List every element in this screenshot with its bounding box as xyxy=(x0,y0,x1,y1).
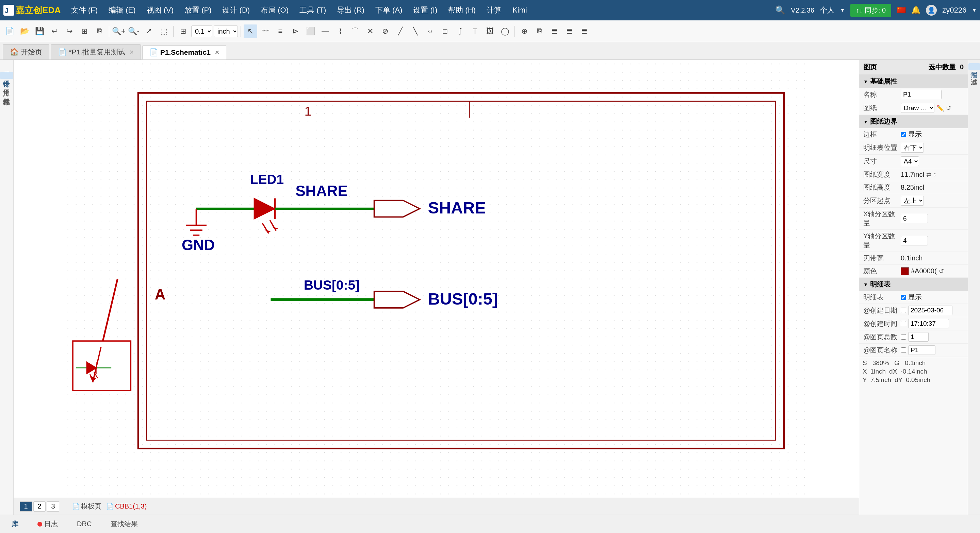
redo-button[interactable]: ↪ xyxy=(63,24,76,38)
create-time-input[interactable] xyxy=(908,319,949,328)
pcb-button[interactable]: ≣ xyxy=(578,24,591,38)
far-tab-properties[interactable]: 属性 xyxy=(969,63,980,70)
far-tab-filter[interactable]: 过滤 xyxy=(969,70,980,77)
bottom-log-btn[interactable]: 日志 xyxy=(31,518,64,530)
probe-button[interactable]: ⊘ xyxy=(379,24,392,38)
page-3[interactable]: 3 xyxy=(47,501,59,512)
save-button[interactable]: 💾 xyxy=(33,24,46,38)
arc-button[interactable]: ⌒ xyxy=(348,24,362,38)
menu-tools[interactable]: 工具 (T) xyxy=(295,4,331,17)
sidebar-component-standard[interactable]: 器件标准化 xyxy=(0,90,13,97)
create-date-input[interactable] xyxy=(908,306,953,315)
username[interactable]: zy0226 xyxy=(942,6,966,14)
paper-select[interactable]: Draw … xyxy=(901,103,934,113)
net-label-button[interactable]: ⬜ xyxy=(304,24,317,38)
netlist-button[interactable]: ≣ xyxy=(547,24,561,38)
zoom-out-button[interactable]: 🔍- xyxy=(127,24,140,38)
frame-checkbox[interactable] xyxy=(901,132,906,137)
grid-button[interactable]: ⊞ xyxy=(176,24,190,38)
detail-table-title[interactable]: ▼ 明细表 xyxy=(859,278,968,291)
new-button[interactable]: 📄 xyxy=(3,24,16,38)
net-port-button[interactable]: ⊳ xyxy=(288,24,302,38)
canvas-area[interactable]: 1 A LED1 GND xyxy=(14,60,859,515)
menu-help[interactable]: 帮助 (H) xyxy=(443,4,480,17)
menu-kimi[interactable]: Kimi xyxy=(508,5,532,16)
menu-settings[interactable]: 设置 (I) xyxy=(408,4,442,17)
color-swatch[interactable] xyxy=(901,267,909,275)
detail-pos-select[interactable]: 右下 xyxy=(901,143,924,152)
border-title[interactable]: ▼ 图纸边界 xyxy=(859,115,968,128)
select-tool-button[interactable]: ↖ xyxy=(243,24,257,38)
bom-button[interactable]: ≣ xyxy=(563,24,576,38)
bottom-lib-btn[interactable]: 库 xyxy=(5,518,24,530)
image-button[interactable]: 🖼 xyxy=(483,24,497,38)
tab-schematic-close[interactable]: ✕ xyxy=(215,49,219,56)
tab-batch-close[interactable]: ✕ xyxy=(129,49,134,56)
zoom-fit-button[interactable]: ⤢ xyxy=(142,24,156,38)
total-pages-input[interactable] xyxy=(908,332,929,342)
tab-home[interactable]: 🏠 开始页 xyxy=(3,44,49,59)
copy2-button[interactable]: ⎘ xyxy=(533,24,546,38)
text-button[interactable]: T xyxy=(468,24,482,38)
undo-button[interactable]: ↩ xyxy=(48,24,61,38)
zoom-in-button[interactable]: 🔍+ xyxy=(112,24,126,38)
width-swap-icon[interactable]: ⇄ xyxy=(926,171,931,178)
partition-start-select[interactable]: 左上 xyxy=(901,196,924,206)
slash-button[interactable]: ╲ xyxy=(408,24,422,38)
tab-batch[interactable]: 📄 *P1.批量复用测试 ✕ xyxy=(51,44,141,59)
polyline-button[interactable]: ⌇ xyxy=(334,24,347,38)
menu-view[interactable]: 视图 (V) xyxy=(142,4,178,17)
create-time-checkbox[interactable] xyxy=(901,321,906,326)
page-name-input[interactable] xyxy=(908,345,935,355)
personal-menu[interactable]: 个人 xyxy=(820,5,835,15)
menu-export[interactable]: 导出 (R) xyxy=(332,4,369,17)
circle-button[interactable]: ○ xyxy=(423,24,437,38)
open-button[interactable]: 📂 xyxy=(18,24,31,38)
menu-order[interactable]: 下单 (A) xyxy=(371,4,407,17)
page-tab-cbb-label[interactable]: CBB1(1,3) xyxy=(115,503,147,510)
rect-button[interactable]: □ xyxy=(438,24,452,38)
menu-edit[interactable]: 编辑 (E) xyxy=(104,4,140,17)
grid-value-select[interactable]: 0.1 0.5 1 xyxy=(191,25,212,37)
sidebar-all-projects[interactable]: 所有工程 xyxy=(0,63,13,70)
x-partition-input[interactable] xyxy=(901,214,928,223)
detail-show-checkbox[interactable] xyxy=(901,295,906,300)
page-tab-template-label[interactable]: 模板页 xyxy=(81,502,102,511)
unit-select[interactable]: inch mm mil xyxy=(214,25,238,37)
search-icon[interactable]: 🔍 xyxy=(775,5,785,15)
name-input[interactable] xyxy=(901,90,942,99)
diagonal-button[interactable]: ╱ xyxy=(393,24,407,38)
component-button[interactable]: ⊞ xyxy=(78,24,91,38)
page-2[interactable]: 2 xyxy=(33,501,46,512)
sidebar-project-design[interactable]: 工程设计 xyxy=(0,72,13,79)
zoom-area-button[interactable]: ⬚ xyxy=(157,24,170,38)
paper-edit-icon[interactable]: ✏️ xyxy=(937,104,944,112)
line-button[interactable]: — xyxy=(318,24,332,38)
menu-file[interactable]: 文件 (F) xyxy=(66,4,102,17)
page-name-checkbox[interactable] xyxy=(901,347,906,353)
delete-button[interactable]: ✕ xyxy=(363,24,377,38)
menu-place[interactable]: 放置 (P) xyxy=(180,4,216,17)
cross-ref-button[interactable]: ⊕ xyxy=(517,24,531,38)
basic-props-title[interactable]: ▼ 基础属性 xyxy=(859,75,968,88)
bottom-find-btn[interactable]: 查找结果 xyxy=(105,518,144,530)
tab-schematic[interactable]: 📄 P1.Schematic1 ✕ xyxy=(142,45,226,59)
create-date-checkbox[interactable] xyxy=(901,308,906,313)
page-1[interactable]: 1 xyxy=(20,501,32,512)
curve-button[interactable]: ∫ xyxy=(453,24,467,38)
paper-refresh-icon[interactable]: ↺ xyxy=(946,104,951,112)
notification-icon[interactable]: 🔔 xyxy=(911,6,920,14)
width-inc-icon[interactable]: ↕ xyxy=(933,171,937,178)
color-reset-icon[interactable]: ↺ xyxy=(939,268,944,275)
menu-design[interactable]: 设计 (D) xyxy=(218,4,255,17)
avatar[interactable]: 👤 xyxy=(926,5,937,16)
menu-calc[interactable]: 计算 xyxy=(482,4,506,17)
ellipse-button[interactable]: ◯ xyxy=(498,24,512,38)
bottom-drc-btn[interactable]: DRC xyxy=(71,519,98,529)
y-partition-input[interactable] xyxy=(901,236,928,246)
menu-layout[interactable]: 布局 (O) xyxy=(256,4,293,17)
size-select[interactable]: A4 xyxy=(901,156,919,166)
sidebar-common-lib[interactable]: 常用库 xyxy=(0,81,13,88)
sync-button[interactable]: ↑↓ 同步: 0 xyxy=(850,4,891,17)
total-pages-checkbox[interactable] xyxy=(901,334,906,339)
